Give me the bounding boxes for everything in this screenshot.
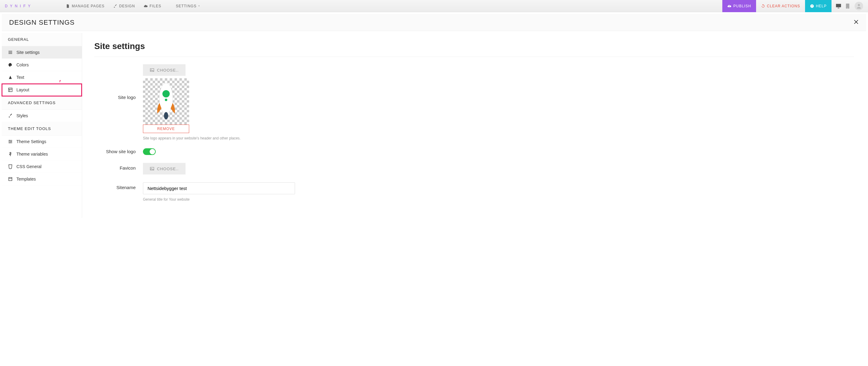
remove-logo-button[interactable]: REMOVE [143, 124, 189, 133]
sidebar-section-general: GENERAL [2, 33, 82, 46]
brush-icon [113, 4, 117, 8]
clear-label: CLEAR ACTIONS [767, 4, 800, 8]
settings-sidebar: GENERAL Site settings Colors Text Layout… [2, 33, 82, 218]
page-icon [66, 4, 70, 8]
viewport-controls [832, 3, 855, 9]
image-icon [150, 166, 155, 171]
show-logo-label: Show site logo [94, 148, 143, 154]
nav-files[interactable]: FILES [144, 4, 161, 8]
palette-icon [8, 62, 13, 67]
sidebar-item-text[interactable]: Text [2, 71, 82, 84]
sidebar-item-colors[interactable]: Colors [2, 59, 82, 71]
svg-point-3 [847, 8, 848, 8]
sliders-icon [8, 139, 13, 144]
template-icon [8, 177, 13, 181]
close-icon [854, 19, 859, 25]
choose-favicon-button[interactable]: CHOOSE.. [143, 163, 186, 174]
layout-icon [8, 87, 13, 92]
svg-rect-5 [8, 88, 12, 92]
favicon-label: Favicon [94, 163, 143, 170]
publish-button[interactable]: PUBLISH [722, 0, 756, 12]
sidebar-item-styles[interactable]: Styles [2, 110, 82, 122]
choose-label: CHOOSE.. [157, 167, 179, 171]
sidebar-item-label: Text [17, 75, 24, 80]
topbar: DYNIFY MANAGE PAGES DESIGN FILES SETTING… [0, 0, 868, 12]
sidebar-item-label: Layout [17, 87, 29, 92]
choose-label: CHOOSE.. [157, 68, 179, 73]
nav-settings-indicator: • [198, 4, 200, 8]
hamburger-icon [8, 50, 13, 55]
sidebar-item-layout[interactable]: Layout [2, 84, 82, 96]
nav-settings[interactable]: SETTINGS • [170, 4, 200, 8]
close-button[interactable] [854, 19, 859, 26]
help-button[interactable]: ? HELP [805, 0, 832, 12]
sidebar-item-site-settings[interactable]: Site settings [2, 46, 82, 59]
nav-manage-pages[interactable]: MANAGE PAGES [66, 4, 104, 8]
site-logo-row: Site logo CHOOSE.. [94, 64, 854, 140]
image-icon [150, 67, 155, 73]
svg-point-8 [11, 141, 11, 142]
sidebar-section-theme-tools: THEME EDIT TOOLS [2, 122, 82, 136]
sidebar-item-label: Theme variables [17, 152, 48, 157]
dollar-icon [8, 152, 13, 157]
desktop-icon[interactable] [835, 3, 842, 9]
sidebar-item-label: Theme Settings [17, 139, 46, 144]
svg-point-16 [164, 112, 168, 119]
main-title: Site settings [94, 41, 854, 51]
top-nav: MANAGE PAGES DESIGN FILES SETTINGS • [66, 4, 200, 8]
nav-settings-label: SETTINGS [176, 4, 196, 8]
sitename-help-text: General title for Your website [143, 197, 295, 202]
person-icon [856, 3, 862, 9]
nav-files-label: FILES [150, 4, 161, 8]
sidebar-item-css-general[interactable]: CSS General [2, 161, 82, 173]
rocket-icon [151, 82, 181, 121]
favicon-row: Favicon CHOOSE.. [94, 163, 854, 174]
help-label: HELP [816, 4, 827, 8]
clear-actions-button[interactable]: CLEAR ACTIONS [756, 0, 805, 12]
panel-header: DESIGN SETTINGS [2, 14, 866, 31]
css-icon [8, 164, 13, 169]
svg-point-7 [9, 140, 10, 141]
svg-point-4 [858, 4, 860, 6]
divider [94, 57, 854, 57]
toggle-knob [150, 149, 155, 154]
sidebar-item-theme-variables[interactable]: Theme variables [2, 148, 82, 161]
svg-point-13 [159, 83, 173, 114]
sliders-icon [170, 4, 174, 8]
panel-body: GENERAL Site settings Colors Text Layout… [2, 33, 866, 218]
main-content: Site settings Site logo CHOOSE.. [82, 33, 866, 218]
sidebar-item-theme-settings[interactable]: Theme Settings [2, 136, 82, 148]
refresh-icon [761, 4, 765, 8]
logo-help-text: Site logo appears in your website's head… [143, 136, 295, 140]
sidebar-section-advanced: ADVANCED SETTINGS [2, 96, 82, 110]
font-icon [8, 75, 13, 80]
panel-title: DESIGN SETTINGS [9, 19, 74, 27]
publish-label: PUBLISH [733, 4, 751, 8]
cloud-upload-icon [727, 4, 732, 8]
site-logo-label: Site logo [94, 64, 143, 100]
cloud-icon [144, 4, 148, 8]
nav-manage-pages-label: MANAGE PAGES [72, 4, 104, 8]
nav-design[interactable]: DESIGN [113, 4, 135, 8]
choose-logo-button[interactable]: CHOOSE.. [143, 64, 186, 76]
tablet-icon[interactable] [844, 3, 851, 9]
sidebar-item-label: Site settings [17, 50, 39, 55]
svg-point-15 [165, 98, 167, 101]
sidebar-item-label: Styles [17, 113, 28, 118]
brush-icon [8, 113, 13, 118]
sidebar-item-label: Colors [17, 62, 29, 67]
show-logo-row: Show site logo [94, 148, 854, 155]
nav-design-label: DESIGN [119, 4, 135, 8]
remove-label: REMOVE [157, 127, 175, 131]
user-avatar[interactable] [855, 2, 863, 10]
sidebar-item-label: Templates [17, 177, 36, 181]
sitename-input[interactable] [143, 182, 295, 194]
svg-point-9 [9, 142, 10, 143]
svg-point-14 [162, 90, 170, 97]
show-logo-toggle[interactable] [143, 148, 156, 155]
sitename-row: Sitename General title for Your website [94, 182, 854, 202]
logo-preview [143, 78, 189, 124]
sidebar-item-label: CSS General [17, 164, 41, 169]
sitename-label: Sitename [94, 182, 143, 190]
sidebar-item-templates[interactable]: Templates [2, 173, 82, 186]
